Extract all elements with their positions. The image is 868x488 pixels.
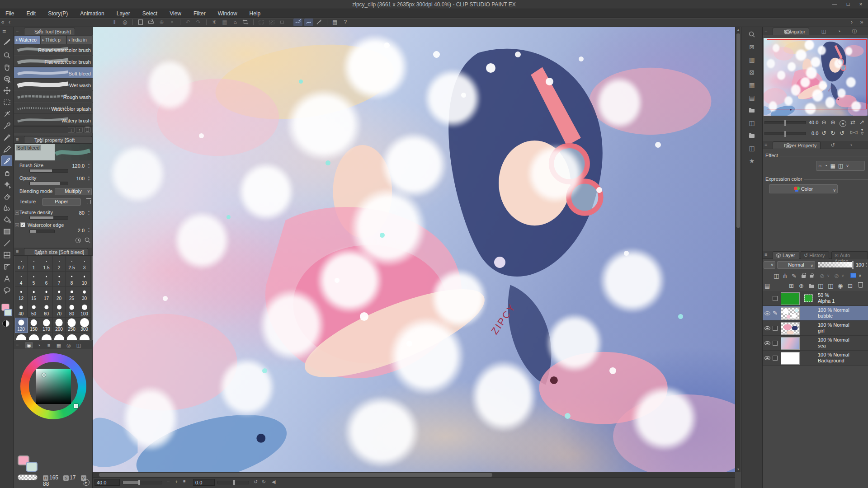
color-history-tab-icon[interactable]: ◎ [65, 342, 73, 348]
brush-item-watery-brush[interactable]: Watery brush [14, 114, 93, 126]
tone-tab-icon[interactable]: ◔ [847, 142, 855, 148]
layer-thumbnail-al[interactable] [781, 292, 800, 305]
brush-item-round-watercolor[interactable]: Round watercolor brush [14, 44, 93, 55]
tab-auto-action[interactable]: ⊡ Auto Action [831, 251, 868, 259]
tool-panel-menu-icon[interactable]: ≡ [2, 28, 6, 35]
pen-tool[interactable] [1, 132, 12, 143]
saturation-value[interactable]: 17 [70, 474, 75, 481]
navigator-thumbnail[interactable] [764, 38, 868, 116]
brush-size-option-120[interactable]: 120 [15, 318, 28, 333]
list-panel-icon[interactable]: ▤ [745, 92, 758, 103]
navigator-tab[interactable]: Navigator [773, 28, 809, 35]
layer-visible-icon[interactable] [764, 356, 770, 361]
sub-color-swatch[interactable] [4, 309, 12, 316]
subtool-tab-thick-paint[interactable]: ◗Thick p [41, 36, 66, 44]
brush-size-option-clipped[interactable] [53, 333, 66, 340]
zoom-tool[interactable] [1, 50, 12, 61]
brush-size-option-7[interactable]: 7 [53, 272, 66, 287]
brush-size-option-30[interactable]: 30 [78, 287, 91, 302]
brush-size-option-clipped[interactable] [28, 333, 40, 340]
palette-color-dropdown[interactable]: ∨ [764, 261, 775, 269]
panel-menu-icon[interactable]: ≡ [764, 28, 767, 33]
blending-mode-dropdown[interactable]: Multiply∨ [55, 188, 92, 195]
rotate-ccw-icon[interactable]: ↺ [254, 479, 258, 485]
crop-icon[interactable] [241, 19, 250, 26]
brush-item-wet-wash[interactable]: Wet wash [14, 79, 93, 90]
text-tool[interactable] [1, 273, 12, 284]
menu-filter[interactable]: Filter [188, 9, 211, 18]
brush-size-option-clipped[interactable] [15, 333, 28, 340]
auto-select-tool[interactable] [1, 108, 12, 119]
folder-panel-icon[interactable] [745, 105, 758, 116]
panel-menu-icon[interactable]: ≡ [16, 342, 19, 347]
border-effect-icon[interactable]: ○ [818, 163, 821, 169]
brush-size-option-clipped[interactable] [40, 333, 53, 340]
nav-rotate-ccw-icon[interactable]: ↺ [821, 130, 826, 136]
reset-history-icon[interactable] [75, 238, 81, 244]
vertical-scrollbar[interactable]: ▲ ▼ [735, 27, 741, 472]
menu-view[interactable]: View [164, 9, 187, 18]
brush-size-option-100[interactable]: 100 [78, 302, 91, 318]
color-mixing-tab-icon[interactable]: ◫ [75, 342, 83, 348]
blend-mode-dropdown[interactable]: Normal∨ [777, 261, 815, 269]
frame-border-tool[interactable] [1, 249, 12, 260]
deselect-icon[interactable] [267, 19, 276, 26]
merge-down-icon[interactable]: ◫ [828, 282, 833, 289]
brush-size-option-2[interactable]: 2 [53, 256, 66, 272]
layer-mask-icon[interactable]: ◉ [838, 282, 843, 289]
brush-size-option-12[interactable]: 12 [15, 287, 28, 302]
navigator-view-rectangle[interactable] [767, 39, 867, 109]
rotate-cw-icon[interactable]: ↻ [262, 479, 266, 485]
saturation-value-square[interactable] [36, 369, 71, 404]
layer-property-tab[interactable]: Layer Property [773, 141, 821, 149]
select-rect-icon[interactable] [257, 19, 266, 26]
clear-icon[interactable]: ✳ [210, 19, 219, 26]
operation-tool[interactable] [1, 73, 12, 84]
onion-skin-icon[interactable]: ⋔ [783, 272, 788, 279]
eyedropper-tool[interactable] [1, 120, 12, 131]
zoom-in-icon[interactable]: + [175, 479, 178, 484]
history-tab-icon[interactable]: ↺ [829, 142, 837, 148]
subtool-tab-watercolor[interactable]: ◗Waterco [14, 36, 40, 44]
collapse-right-icon[interactable]: » [857, 19, 866, 26]
nav-reset-rotation-icon[interactable]: ↺ [840, 130, 844, 136]
brush-size-option-170[interactable]: 170 [40, 318, 53, 333]
brush-size-option-6[interactable]: 6 [40, 272, 53, 287]
brush-size-option-80[interactable]: 80 [66, 302, 78, 318]
blend-tool[interactable] [1, 202, 12, 213]
brush-size-option-250[interactable]: 250 [66, 318, 78, 333]
subtool-tab-india-ink[interactable]: ◗India in [67, 36, 92, 44]
layer-row-bubble[interactable]: ✎ 100 %Normal bubble [763, 306, 868, 321]
gradient-tool[interactable] [1, 226, 12, 237]
new-file-icon[interactable] [136, 19, 145, 26]
halftone-effect-icon[interactable]: ▦ [830, 163, 835, 169]
brush-size-value[interactable]: 120.0 [72, 163, 85, 169]
watercolor-edge-checkbox[interactable]: ✓ [20, 222, 25, 227]
pencil-tool[interactable] [1, 144, 12, 155]
texture-delete-icon[interactable] [87, 200, 91, 205]
pattern-panel-icon[interactable]: ▦ [745, 80, 758, 90]
hue-value[interactable]: 165 [49, 474, 58, 481]
brush-size-slider[interactable] [29, 169, 68, 173]
subtool-panel-tab[interactable]: Sub Tool [Brush] [24, 28, 75, 35]
layer-opacity-stepper[interactable]: ▴▾ [864, 262, 868, 269]
sub-view-tab-icon[interactable]: ◫ [820, 28, 828, 34]
hue-cursor[interactable] [74, 404, 78, 408]
watercolor-edge-slider[interactable] [29, 230, 55, 233]
balloon-tool[interactable] [1, 285, 12, 296]
brush-item-watercolor-splash[interactable]: Watercolor splash [14, 103, 93, 114]
zoom-slider[interactable] [123, 481, 162, 484]
nav-flip-horizontal-icon[interactable]: ▷◁ [850, 130, 857, 135]
hue-ring[interactable] [20, 353, 86, 419]
texture-density-value[interactable]: 80 [79, 210, 85, 216]
brush-tool[interactable] [1, 155, 12, 166]
horizontal-scrollbar[interactable] [93, 472, 735, 477]
watercolor-edge-value[interactable]: 2.0 [78, 228, 85, 233]
selection-tool[interactable] [1, 97, 12, 108]
color-slider-tab-icon[interactable]: ≡ [45, 342, 53, 348]
layer-opacity-value[interactable]: 100 [856, 262, 864, 267]
color-wheel-tab-icon[interactable]: ◉ [25, 342, 33, 348]
canvas-artwork[interactable]: ZIPCY [93, 27, 735, 472]
fill-icon[interactable]: ▦ [220, 19, 229, 26]
ruler-range-chevron[interactable]: ∨ [841, 273, 844, 278]
